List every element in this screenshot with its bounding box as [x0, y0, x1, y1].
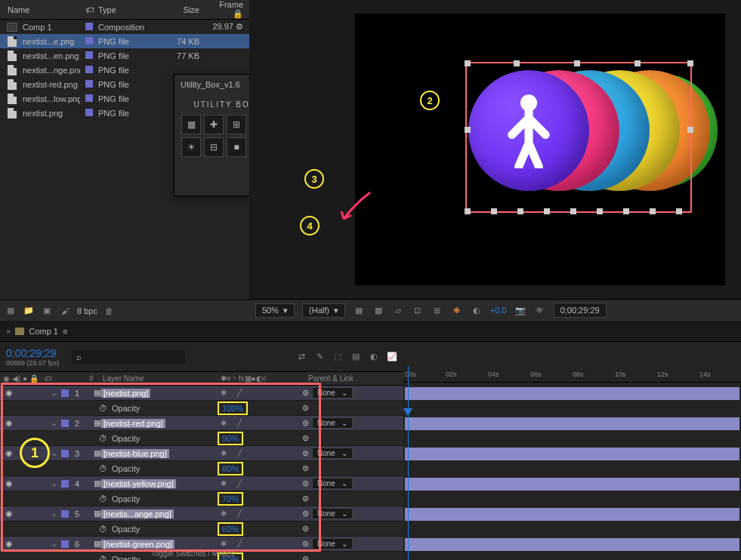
col-size[interactable]: Size [168, 5, 205, 14]
resolution-select[interactable]: (Half)▾ [302, 303, 345, 318]
opacity-row[interactable]: ⏱ Opacity 70% ⊚ [0, 491, 403, 506]
new-folder-icon[interactable]: 📁 [23, 305, 35, 317]
snapshot-icon[interactable]: 📷 [514, 304, 526, 316]
twirl-icon[interactable]: ⌄ [48, 448, 59, 458]
col-name[interactable]: Name [3, 5, 80, 14]
graph-editor-icon[interactable]: 📈 [385, 350, 399, 364]
layer-row[interactable]: ◉ ⌄ 2 ▦ [nextist-red.png] ✱ ╱ ⊚None⌄ [0, 416, 403, 431]
bpc-label[interactable]: 8 bpc [77, 306, 97, 315]
opacity-label[interactable]: Opacity [107, 464, 219, 473]
tag-cell[interactable] [82, 109, 97, 118]
layer-switches[interactable]: ✱ ╱ [221, 449, 302, 457]
mask-icon[interactable]: ▱ [392, 304, 404, 316]
shy-icon[interactable]: ⬚ [331, 350, 344, 364]
opacity-label[interactable]: Opacity [107, 525, 219, 534]
opacity-label[interactable]: Opacity [107, 494, 219, 503]
trash-icon[interactable]: 🗑 [103, 305, 116, 317]
stopwatch-icon[interactable]: ⏱ [99, 494, 107, 503]
link-icon[interactable]: ⊚ [302, 554, 309, 560]
layer-bar[interactable] [405, 478, 739, 491]
opacity-value[interactable]: 80% [219, 463, 242, 474]
layer-row[interactable]: ◉ ⌄ 3 ▦ [nextist-blue.png] ✱ ╱ ⊚None⌄ [0, 446, 403, 461]
layer-name[interactable]: [nextis...ange.png] [101, 509, 221, 518]
twirl-icon[interactable]: ⌄ [48, 478, 59, 488]
grid-guides-icon[interactable]: ⊞ [431, 304, 443, 316]
col-num[interactable]: # [83, 374, 100, 383]
handle-icon[interactable] [465, 208, 471, 214]
comp-flowchart-icon[interactable]: ⇄ [295, 350, 308, 364]
stopwatch-icon[interactable]: ⏱ [99, 404, 107, 413]
tag-cell[interactable] [82, 23, 97, 32]
layer-bar[interactable] [405, 508, 739, 521]
exposure-value[interactable]: +0.0 [490, 306, 507, 315]
tag-icon[interactable]: 🏷 [82, 5, 97, 14]
tag-cell[interactable] [82, 66, 97, 75]
link-icon[interactable]: ⊚ [302, 524, 309, 534]
layer-row[interactable]: ◉ ⌄ 5 ▦ [nextis...ange.png] ✱ ╱ ⊚None⌄ [0, 506, 403, 522]
handle-icon[interactable] [570, 208, 576, 214]
fast-preview-icon[interactable]: ▦ [353, 304, 365, 316]
tab-comp1[interactable]: Comp 1 [29, 327, 58, 336]
new-comp-icon[interactable]: ▣ [41, 305, 53, 317]
motion-blur-icon[interactable]: ◐ [367, 350, 381, 364]
utility-tool-5[interactable]: ☀ [181, 137, 201, 157]
layer-name[interactable]: [nextist.png] [101, 389, 221, 398]
toggle-switches-label[interactable]: Toggle Switches / Modes [151, 547, 235, 560]
handle-icon[interactable] [687, 60, 693, 66]
label-color[interactable] [61, 480, 69, 488]
handle-icon[interactable] [491, 208, 497, 214]
parent-link[interactable]: ⊚None⌄ [302, 538, 400, 549]
link-icon[interactable]: ⊚ [302, 494, 309, 503]
handle-icon[interactable] [517, 208, 523, 214]
utility-tool-1[interactable]: ▦ [181, 115, 201, 134]
link-icon[interactable]: ⊚ [302, 463, 309, 473]
disc-purple[interactable] [468, 70, 589, 191]
brush-icon[interactable]: 🖌 [59, 305, 71, 317]
preview-time[interactable]: 0;00;29;29 [554, 303, 607, 318]
stopwatch-icon[interactable]: ⏱ [99, 555, 107, 561]
layer-name[interactable]: [nextist-yellow.png] [101, 479, 221, 488]
link-icon[interactable]: ⊚ [302, 433, 309, 443]
opacity-row[interactable]: ⏱ Opacity 80% ⊚ [0, 461, 403, 476]
label-color[interactable] [61, 450, 69, 457]
playhead[interactable] [408, 366, 409, 560]
label-color[interactable] [61, 540, 69, 548]
utility-tool-7[interactable]: ■ [227, 137, 246, 157]
opacity-value[interactable]: 60% [219, 524, 242, 534]
opacity-label[interactable]: Opacity [107, 434, 219, 443]
eye-icon[interactable]: ◉ [3, 448, 15, 458]
label-color[interactable] [61, 510, 69, 518]
utility-tool-2[interactable]: ✚ [204, 115, 224, 134]
handle-icon[interactable] [574, 60, 580, 66]
col-type[interactable]: Type [98, 5, 166, 14]
parent-link[interactable]: ⊚None⌄ [302, 387, 400, 398]
project-row[interactable]: nextist...e.png PNG file 74 KB [0, 34, 249, 48]
opacity-value[interactable]: 70% [219, 494, 242, 504]
layer-name[interactable]: [nextist-red.png] [101, 419, 221, 428]
layer-switches[interactable]: ✱ ╱ [221, 419, 302, 427]
layer-name[interactable]: [nextist-blue.png] [101, 449, 221, 458]
utility-tool-6[interactable]: ⊟ [204, 137, 224, 157]
tag-cell[interactable] [82, 94, 97, 103]
eye-icon[interactable]: ◉ [3, 509, 15, 518]
stopwatch-icon[interactable]: ⏱ [99, 464, 107, 473]
handle-icon[interactable] [465, 60, 471, 66]
opacity-row[interactable]: ⏱ Opacity 100% ⊚ [0, 401, 403, 416]
eye-icon[interactable]: ◉ [3, 388, 15, 398]
eye-icon[interactable]: ◉ [3, 539, 15, 549]
parent-link[interactable]: ⊚None⌄ [302, 508, 400, 519]
eye-icon[interactable]: ◉ [3, 418, 15, 428]
layer-bar[interactable] [405, 448, 739, 460]
layer-search-input[interactable] [72, 350, 185, 364]
exposure-icon[interactable]: ◐ [471, 304, 483, 316]
opacity-row[interactable]: ⏱ Opacity 90% ⊚ [0, 431, 403, 446]
composition-viewer[interactable] [249, 0, 741, 299]
tag-cell[interactable] [82, 51, 97, 60]
handle-icon[interactable] [687, 127, 693, 133]
handle-icon[interactable] [514, 60, 520, 66]
layer-bar[interactable] [405, 538, 739, 551]
opacity-value[interactable]: 90% [219, 433, 242, 444]
opacity-row[interactable]: ⏱ Opacity 60% ⊚ [0, 522, 403, 537]
parent-link[interactable]: ⊚None⌄ [302, 478, 400, 489]
layer-row[interactable]: ◉ ⌄ 1 ▦ [nextist.png] ✱ ╱ ⊚None⌄ [0, 386, 403, 401]
